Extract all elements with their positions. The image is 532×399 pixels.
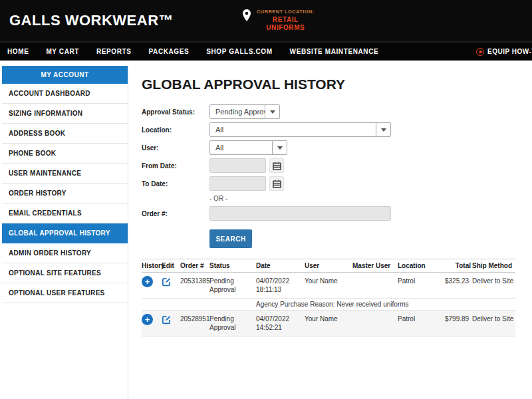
content-area: MY ACCOUNT ACCOUNT DASHBOARD SIZING INFO… (0, 61, 532, 399)
to-date-calendar-button[interactable] (269, 176, 284, 191)
nav-item-my-cart[interactable]: MY CART (46, 48, 79, 55)
history-expand-icon[interactable]: + (142, 314, 153, 325)
col-header-ship-method: Ship Method (472, 259, 515, 272)
calendar-icon (273, 162, 281, 170)
sidebar-item-phone-book[interactable]: PHONE BOOK (2, 144, 128, 164)
location-select[interactable]: All (209, 122, 391, 137)
approval-status-label: Approval Status: (142, 108, 209, 116)
user-label: User: (142, 144, 209, 152)
chevron-down-icon (376, 123, 390, 136)
location-name-line1: RETAIL (257, 16, 315, 24)
brand-logo: GALLS WORKWEAR™ (9, 12, 174, 29)
sidebar-item-admin-order-history[interactable]: ADMIN ORDER HISTORY (2, 243, 128, 263)
col-header-total: Total (445, 259, 472, 272)
account-sidebar: MY ACCOUNT ACCOUNT DASHBOARD SIZING INFO… (2, 66, 128, 399)
cell-total: $325.23 (445, 273, 472, 289)
history-expand-icon[interactable]: + (142, 276, 153, 287)
to-date-label: To Date: (142, 180, 209, 188)
edit-icon[interactable] (162, 277, 172, 287)
cell-order-number: 20528951 (180, 311, 209, 327)
cell-master-user (352, 273, 398, 281)
sidebar-item-optional-user-features[interactable]: OPTIONAL USER FEATURES (2, 283, 128, 303)
cell-status: Pending Approval (209, 273, 256, 298)
filter-form: Approval Status: Pending Approval Locati… (142, 104, 524, 248)
approval-status-value: Pending Approval (210, 108, 265, 116)
cell-location: Patrol (398, 311, 445, 327)
cell-date: 04/07/2022 14:52:21 (256, 311, 305, 336)
main-panel: GLOBAL APPROVAL HISTORY Approval Status:… (142, 61, 524, 336)
cell-ship-method: Deliver to Site (472, 311, 515, 327)
calendar-icon (273, 180, 281, 188)
location-pin-icon (242, 9, 251, 21)
cell-total: $799.89 (445, 311, 472, 327)
nav-item-website-maintenance[interactable]: WEBSITE MAINTENANCE (290, 48, 379, 55)
col-header-location: Location (398, 259, 445, 272)
cell-order-number: 20531385 (180, 273, 209, 289)
sidebar-item-address-book[interactable]: ADDRESS BOOK (2, 124, 128, 144)
location-label: Location: (142, 126, 209, 134)
sidebar-item-email-credentials[interactable]: EMAIL CREDENTIALS (2, 203, 128, 223)
order-number-label: Order #: (142, 210, 209, 217)
cell-user: Your Name (305, 273, 352, 289)
or-separator-text: - OR - (209, 195, 524, 202)
equip-how-to-link[interactable]: EQUIP HOW-T (476, 43, 532, 61)
user-select[interactable]: All (209, 140, 287, 155)
table-row: + 20528951 Pending Approval 04/07/2022 1… (142, 311, 515, 336)
nav-item-reports[interactable]: REPORTS (96, 48, 132, 55)
nav-item-packages[interactable]: PACKAGES (149, 48, 190, 55)
col-header-master-user: Master User (352, 259, 398, 272)
approval-history-table: History Edit Order # Status Date User Ma… (142, 259, 515, 336)
search-button[interactable]: SEARCH (209, 229, 252, 248)
chevron-down-icon (272, 141, 287, 154)
current-location-block[interactable]: CURRENT LOCATION: RETAIL UNIFORMS (242, 8, 315, 32)
sidebar-header-my-account[interactable]: MY ACCOUNT (2, 66, 128, 84)
approval-status-select[interactable]: Pending Approval (209, 104, 280, 119)
top-header: GALLS WORKWEAR™ CURRENT LOCATION: RETAIL… (0, 0, 532, 41)
col-header-history: History (142, 259, 162, 272)
sidebar-item-global-approval-history[interactable]: GLOBAL APPROVAL HISTORY (2, 223, 128, 243)
col-header-edit: Edit (162, 259, 180, 272)
main-nav: HOME MY CART REPORTS PACKAGES SHOP GALLS… (0, 41, 532, 61)
col-header-order: Order # (180, 259, 209, 272)
location-value: All (210, 126, 376, 134)
page-title: GLOBAL APPROVAL HISTORY (142, 76, 524, 92)
table-header-row: History Edit Order # Status Date User Ma… (142, 259, 515, 273)
from-date-label: From Date: (142, 162, 209, 170)
order-number-input[interactable] (209, 206, 391, 221)
current-location-label: CURRENT LOCATION: (257, 8, 315, 16)
cell-location: Patrol (398, 273, 445, 289)
from-date-calendar-button[interactable] (269, 158, 284, 173)
col-header-user: User (305, 259, 352, 272)
chevron-down-icon (265, 105, 279, 118)
col-header-date: Date (256, 259, 305, 272)
sidebar-item-sizing-information[interactable]: SIZING INFORMATION (2, 104, 128, 124)
sidebar-item-optional-site-features[interactable]: OPTIONAL SITE FEATURES (2, 263, 128, 283)
to-date-input[interactable] (209, 176, 266, 191)
cell-ship-method: Deliver to Site (472, 273, 515, 289)
location-name-line2: UNIFORMS (257, 24, 315, 32)
sidebar-item-order-history[interactable]: ORDER HISTORY (2, 184, 128, 203)
cell-master-user (352, 311, 398, 319)
cell-status: Pending Approval (209, 311, 256, 336)
play-icon (476, 48, 484, 56)
sidebar-item-user-maintenance[interactable]: USER MAINTENANCE (2, 164, 128, 184)
user-value: All (210, 144, 272, 152)
nav-item-home[interactable]: HOME (7, 48, 29, 55)
nav-item-shop-galls[interactable]: SHOP GALLS.COM (206, 48, 272, 55)
cell-date: 04/07/2022 18:11:13 (256, 273, 305, 298)
from-date-input[interactable] (209, 158, 266, 173)
purchase-reason-row: Agency Purchase Reason: Never received u… (142, 299, 515, 311)
table-row: + 20531385 Pending Approval 04/07/2022 1… (142, 273, 515, 299)
cell-user: Your Name (305, 311, 352, 327)
sidebar-item-account-dashboard[interactable]: ACCOUNT DASHBOARD (2, 84, 128, 104)
equip-how-to-label: EQUIP HOW-T (487, 48, 532, 55)
col-header-status: Status (209, 259, 256, 272)
edit-icon[interactable] (162, 315, 172, 325)
